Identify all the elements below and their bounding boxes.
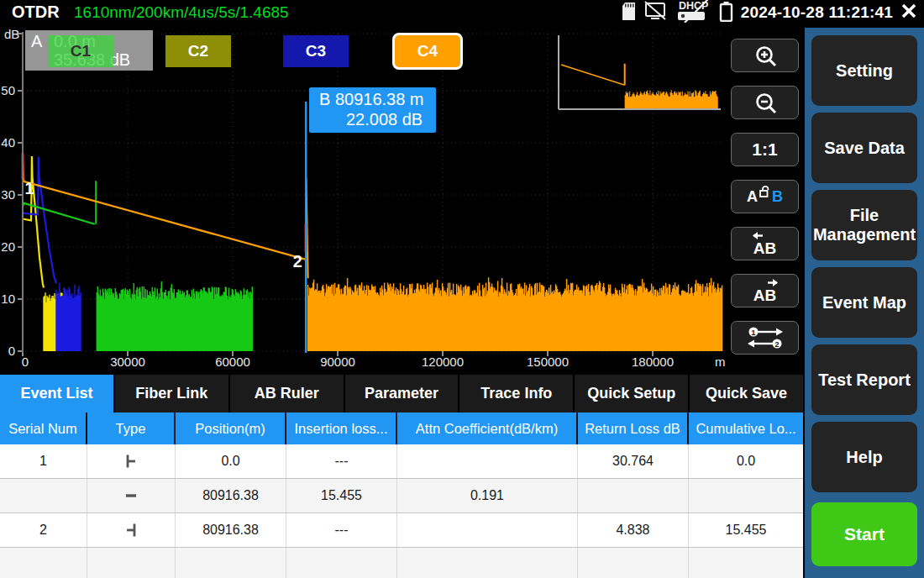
svg-text:0: 0: [8, 344, 15, 358]
trace-plot[interactable]: 01020304050dB030000600009000012000015000…: [0, 25, 805, 376]
datetime: 2024-10-28 11:21:41: [741, 3, 893, 22]
tab-quick-save[interactable]: Quick Save: [690, 375, 803, 412]
tab-event-list[interactable]: Event List: [0, 375, 113, 412]
tab-quick-setup[interactable]: Quick Setup: [575, 375, 688, 412]
cursor-a-letter: A: [747, 188, 758, 206]
trace-chart-area[interactable]: 01020304050dB030000600009000012000015000…: [0, 25, 805, 372]
trace-plot-svg[interactable]: 01020304050dB030000600009000012000015000…: [0, 25, 805, 372]
column-header: Type: [87, 412, 176, 444]
event-type-cell: [87, 548, 176, 578]
svg-text:10: 10: [1, 292, 15, 306]
event-cell: [689, 479, 803, 512]
sd-card-icon: [622, 2, 636, 24]
sidebar-button-test-report[interactable]: Test Report: [811, 344, 917, 415]
channel-tab-c1[interactable]: C1: [48, 35, 113, 67]
event-cell: 15.455: [286, 479, 397, 512]
event-cell: [286, 548, 397, 578]
event-table: Serial NumTypePosition(m)Insertion loss.…: [0, 412, 803, 578]
event-table-body: 10.0---30.7640.080916.3815.4550.19128091…: [0, 444, 803, 578]
event-marker-label: 2: [293, 252, 302, 271]
svg-text:40: 40: [1, 135, 15, 150]
zoom-out-button[interactable]: [731, 86, 799, 119]
svg-text:60000: 60000: [215, 355, 250, 369]
move-a-left-button[interactable]: AB: [731, 227, 799, 260]
event-row[interactable]: [0, 548, 803, 578]
cursor-b-level: 22.008 dB: [346, 110, 423, 129]
event-marker-label: 1: [25, 179, 34, 197]
event-cell: [176, 548, 286, 578]
event-cell: 30.764: [578, 444, 689, 478]
svg-text:m: m: [715, 355, 726, 369]
fiber-section-icon: [123, 488, 139, 503]
svg-text:50: 50: [1, 83, 15, 97]
channel-tab-c4[interactable]: C4: [392, 33, 463, 70]
event-cell: ---: [286, 444, 397, 478]
svg-text:90000: 90000: [320, 355, 355, 369]
event-cell: ---: [286, 513, 397, 547]
svg-text:2: 2: [774, 339, 779, 349]
column-header: Return Loss dB: [578, 412, 689, 444]
screen-mirror-off-icon: [643, 1, 667, 24]
bottom-panel: Event ListFiber LinkAB RulerParameterTra…: [0, 372, 805, 578]
sidebar-button-setting[interactable]: Setting: [811, 35, 917, 106]
sidebar-button-save-data[interactable]: Save Data: [811, 113, 917, 183]
event-cell: 15.455: [689, 513, 803, 547]
app-title: OTDR: [12, 3, 60, 22]
event-cell: 0.0: [689, 444, 803, 478]
test-parameters: 1610nm/200km/4us/5s/1.4685: [74, 3, 289, 22]
unlock-icon: [759, 185, 771, 199]
event-cell: 0.191: [397, 479, 578, 512]
column-header: Position(m): [176, 412, 286, 444]
event-cell: 1: [0, 444, 87, 478]
event-row[interactable]: 80916.3815.4550.191: [0, 479, 803, 513]
tab-ab-ruler[interactable]: AB Ruler: [230, 375, 344, 412]
event-cell: 2: [0, 513, 87, 547]
channel-tab-c2[interactable]: C2: [165, 35, 231, 67]
svg-text:1: 1: [751, 328, 756, 337]
zoom-controls: 1:1ABABAB12: [731, 39, 799, 368]
bottom-tabs: Event ListFiber LinkAB RulerParameterTra…: [0, 375, 803, 412]
event-cell: 80916.38: [176, 513, 286, 547]
otdr-app: OTDR 1610nm/200km/4us/5s/1.4685 DHCP 202…: [0, 0, 924, 578]
svg-text:30: 30: [1, 187, 15, 202]
cursor-b-position: B 80916.38 m: [319, 90, 424, 109]
channel-tab-c3[interactable]: C3: [283, 35, 349, 67]
column-header: Insertion loss...: [286, 412, 397, 444]
cursor-a-label: A: [31, 32, 42, 51]
ab-lock-button[interactable]: AB: [731, 180, 799, 213]
fiber-start-icon: [123, 454, 139, 469]
tab-trace-info[interactable]: Trace Info: [459, 375, 573, 412]
event-row[interactable]: 10.0---30.7640.0: [0, 444, 803, 479]
column-header: Cumulative Lo...: [689, 412, 803, 444]
zoom-in-icon: [753, 44, 777, 67]
column-header: Serial Num: [0, 412, 87, 444]
move-b-right-button[interactable]: AB: [731, 274, 799, 307]
sidebar-button-event-map[interactable]: Event Map: [811, 267, 917, 338]
sidebar-button-file-management[interactable]: File Management: [811, 190, 917, 260]
start-button[interactable]: Start: [811, 502, 917, 566]
overview-minimap: [559, 35, 721, 109]
event-cell: [578, 548, 689, 578]
event-cell: 4.838: [578, 513, 689, 547]
swap-traces-button[interactable]: 12: [731, 321, 799, 355]
sidebar-menu: SettingSave DataFile ManagementEvent Map…: [805, 28, 924, 578]
cursor-b-readout[interactable]: B 80916.38 m 22.008 dB: [309, 87, 436, 133]
tab-parameter[interactable]: Parameter: [345, 375, 459, 412]
event-row[interactable]: 280916.38---4.83815.455: [0, 513, 803, 548]
event-cell: [0, 548, 87, 578]
svg-text:150000: 150000: [527, 355, 569, 369]
zoom-out-icon: [753, 91, 777, 114]
column-header: Attn Coefficient(dB/km): [397, 412, 578, 444]
close-icon[interactable]: [900, 3, 917, 23]
fiber-end-icon: [123, 523, 139, 538]
top-status-bar: OTDR 1610nm/200km/4us/5s/1.4685 DHCP 202…: [0, 0, 924, 25]
zoom-in-button[interactable]: [731, 39, 799, 72]
event-type-cell: [87, 513, 176, 547]
event-table-header: Serial NumTypePosition(m)Insertion loss.…: [0, 412, 803, 444]
tab-fiber-link[interactable]: Fiber Link: [115, 375, 228, 412]
event-cell: [0, 479, 87, 512]
scale-1-1-button[interactable]: 1:1: [731, 133, 799, 166]
sidebar-button-help[interactable]: Help: [811, 422, 917, 492]
battery-icon: [719, 1, 733, 25]
svg-text:30000: 30000: [110, 355, 145, 369]
